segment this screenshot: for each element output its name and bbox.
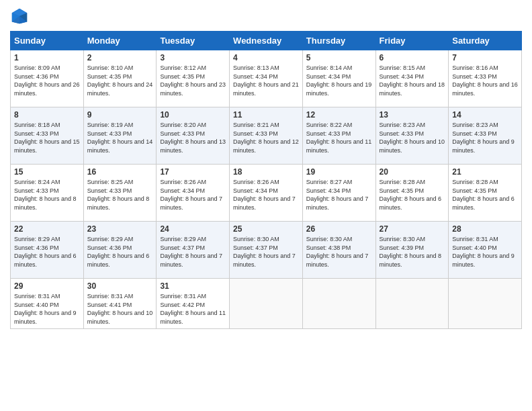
header-monday: Monday <box>83 32 157 50</box>
day-info: Sunrise: 8:31 AMSunset: 4:40 PMDaylight:… <box>14 292 80 326</box>
calendar-cell: 25Sunrise: 8:30 AMSunset: 4:37 PMDayligh… <box>230 222 303 279</box>
day-info: Sunrise: 8:26 AMSunset: 4:34 PMDaylight:… <box>233 178 299 212</box>
day-info: Sunrise: 8:28 AMSunset: 4:35 PMDaylight:… <box>380 178 445 212</box>
day-info: Sunrise: 8:21 AMSunset: 4:33 PMDaylight:… <box>233 121 299 154</box>
header <box>10 7 522 26</box>
day-info: Sunrise: 8:12 AMSunset: 4:35 PMDaylight:… <box>160 64 226 97</box>
day-info: Sunrise: 8:23 AMSunset: 4:33 PMDaylight:… <box>452 121 518 154</box>
day-number: 16 <box>87 167 153 177</box>
day-number: 28 <box>452 224 518 234</box>
calendar-cell: 22Sunrise: 8:29 AMSunset: 4:36 PMDayligh… <box>11 222 84 279</box>
day-number: 9 <box>87 110 153 120</box>
day-number: 22 <box>14 224 80 234</box>
calendar-cell: 23Sunrise: 8:29 AMSunset: 4:36 PMDayligh… <box>83 222 157 279</box>
day-info: Sunrise: 8:18 AMSunset: 4:33 PMDaylight:… <box>14 121 80 154</box>
day-info: Sunrise: 8:30 AMSunset: 4:39 PMDaylight:… <box>380 235 445 269</box>
day-number: 24 <box>160 224 226 234</box>
calendar-cell: 9Sunrise: 8:19 AMSunset: 4:33 PMDaylight… <box>83 107 157 165</box>
calendar-cell <box>230 279 303 329</box>
day-number: 19 <box>306 167 372 177</box>
calendar-cell: 24Sunrise: 8:29 AMSunset: 4:37 PMDayligh… <box>157 222 230 279</box>
day-number: 20 <box>380 167 445 177</box>
day-number: 13 <box>380 110 445 120</box>
day-info: Sunrise: 8:26 AMSunset: 4:34 PMDaylight:… <box>160 178 226 212</box>
calendar-cell: 4Sunrise: 8:13 AMSunset: 4:34 PMDaylight… <box>230 50 303 107</box>
logo-icon <box>10 7 29 26</box>
day-number: 17 <box>160 167 226 177</box>
calendar-cell: 6Sunrise: 8:15 AMSunset: 4:34 PMDaylight… <box>375 50 449 107</box>
day-info: Sunrise: 8:29 AMSunset: 4:37 PMDaylight:… <box>160 235 226 269</box>
calendar-week-1: 1Sunrise: 8:09 AMSunset: 4:36 PMDaylight… <box>11 50 522 107</box>
header-saturday: Saturday <box>449 32 522 50</box>
calendar-cell: 11Sunrise: 8:21 AMSunset: 4:33 PMDayligh… <box>230 107 303 165</box>
calendar-week-5: 29Sunrise: 8:31 AMSunset: 4:40 PMDayligh… <box>11 279 522 329</box>
day-info: Sunrise: 8:29 AMSunset: 4:36 PMDaylight:… <box>14 235 80 269</box>
calendar-cell: 13Sunrise: 8:23 AMSunset: 4:33 PMDayligh… <box>375 107 449 165</box>
calendar-cell: 7Sunrise: 8:16 AMSunset: 4:33 PMDaylight… <box>449 50 522 107</box>
calendar-cell: 18Sunrise: 8:26 AMSunset: 4:34 PMDayligh… <box>230 165 303 222</box>
day-number: 10 <box>160 110 226 120</box>
day-info: Sunrise: 8:29 AMSunset: 4:36 PMDaylight:… <box>87 235 153 269</box>
day-number: 1 <box>14 53 80 62</box>
calendar-cell: 17Sunrise: 8:26 AMSunset: 4:34 PMDayligh… <box>157 165 230 222</box>
day-number: 2 <box>87 53 153 62</box>
day-info: Sunrise: 8:09 AMSunset: 4:36 PMDaylight:… <box>14 64 80 97</box>
day-info: Sunrise: 8:14 AMSunset: 4:34 PMDaylight:… <box>306 64 372 97</box>
calendar-cell: 12Sunrise: 8:22 AMSunset: 4:33 PMDayligh… <box>302 107 375 165</box>
header-wednesday: Wednesday <box>230 32 303 50</box>
header-tuesday: Tuesday <box>157 32 230 50</box>
day-number: 18 <box>233 167 299 177</box>
day-info: Sunrise: 8:15 AMSunset: 4:34 PMDaylight:… <box>380 64 445 97</box>
calendar-week-3: 15Sunrise: 8:24 AMSunset: 4:33 PMDayligh… <box>11 165 522 222</box>
day-number: 23 <box>87 224 153 234</box>
day-info: Sunrise: 8:22 AMSunset: 4:33 PMDaylight:… <box>306 121 372 154</box>
header-friday: Friday <box>375 32 449 50</box>
logo <box>10 7 30 26</box>
calendar-cell: 31Sunrise: 8:31 AMSunset: 4:42 PMDayligh… <box>157 279 230 329</box>
day-number: 15 <box>14 167 80 177</box>
day-info: Sunrise: 8:30 AMSunset: 4:37 PMDaylight:… <box>233 235 299 269</box>
day-info: Sunrise: 8:27 AMSunset: 4:34 PMDaylight:… <box>306 178 372 212</box>
day-info: Sunrise: 8:31 AMSunset: 4:40 PMDaylight:… <box>452 235 518 269</box>
day-info: Sunrise: 8:24 AMSunset: 4:33 PMDaylight:… <box>14 178 80 212</box>
calendar-cell: 28Sunrise: 8:31 AMSunset: 4:40 PMDayligh… <box>449 222 522 279</box>
header-thursday: Thursday <box>302 32 375 50</box>
day-number: 4 <box>233 53 299 62</box>
day-number: 5 <box>306 53 372 62</box>
day-info: Sunrise: 8:16 AMSunset: 4:33 PMDaylight:… <box>452 64 518 97</box>
calendar-header-row: SundayMondayTuesdayWednesdayThursdayFrid… <box>11 32 522 50</box>
day-info: Sunrise: 8:25 AMSunset: 4:33 PMDaylight:… <box>87 178 153 212</box>
day-number: 26 <box>306 224 372 234</box>
main-container: SundayMondayTuesdayWednesdayThursdayFrid… <box>0 0 532 336</box>
day-number: 21 <box>452 167 518 177</box>
calendar-cell: 19Sunrise: 8:27 AMSunset: 4:34 PMDayligh… <box>302 165 375 222</box>
day-info: Sunrise: 8:31 AMSunset: 4:41 PMDaylight:… <box>87 292 153 326</box>
calendar-cell: 1Sunrise: 8:09 AMSunset: 4:36 PMDaylight… <box>11 50 84 107</box>
calendar-cell: 10Sunrise: 8:20 AMSunset: 4:33 PMDayligh… <box>157 107 230 165</box>
calendar-cell: 20Sunrise: 8:28 AMSunset: 4:35 PMDayligh… <box>375 165 449 222</box>
day-info: Sunrise: 8:31 AMSunset: 4:42 PMDaylight:… <box>160 292 226 326</box>
calendar-week-4: 22Sunrise: 8:29 AMSunset: 4:36 PMDayligh… <box>11 222 522 279</box>
calendar-cell: 5Sunrise: 8:14 AMSunset: 4:34 PMDaylight… <box>302 50 375 107</box>
day-info: Sunrise: 8:28 AMSunset: 4:35 PMDaylight:… <box>452 178 518 212</box>
calendar-cell: 16Sunrise: 8:25 AMSunset: 4:33 PMDayligh… <box>83 165 157 222</box>
day-number: 8 <box>14 110 80 120</box>
calendar-cell: 3Sunrise: 8:12 AMSunset: 4:35 PMDaylight… <box>157 50 230 107</box>
header-sunday: Sunday <box>11 32 84 50</box>
day-number: 29 <box>14 281 80 291</box>
calendar-cell: 21Sunrise: 8:28 AMSunset: 4:35 PMDayligh… <box>449 165 522 222</box>
day-info: Sunrise: 8:19 AMSunset: 4:33 PMDaylight:… <box>87 121 153 154</box>
day-number: 30 <box>87 281 153 291</box>
calendar-cell: 14Sunrise: 8:23 AMSunset: 4:33 PMDayligh… <box>449 107 522 165</box>
day-info: Sunrise: 8:13 AMSunset: 4:34 PMDaylight:… <box>233 64 299 97</box>
day-number: 12 <box>306 110 372 120</box>
day-info: Sunrise: 8:10 AMSunset: 4:35 PMDaylight:… <box>87 64 153 97</box>
calendar-cell: 26Sunrise: 8:30 AMSunset: 4:38 PMDayligh… <box>302 222 375 279</box>
calendar-cell: 29Sunrise: 8:31 AMSunset: 4:40 PMDayligh… <box>11 279 84 329</box>
calendar-cell: 2Sunrise: 8:10 AMSunset: 4:35 PMDaylight… <box>83 50 157 107</box>
day-number: 31 <box>160 281 226 291</box>
day-number: 6 <box>380 53 445 62</box>
calendar-cell: 15Sunrise: 8:24 AMSunset: 4:33 PMDayligh… <box>11 165 84 222</box>
calendar-cell: 30Sunrise: 8:31 AMSunset: 4:41 PMDayligh… <box>83 279 157 329</box>
day-info: Sunrise: 8:23 AMSunset: 4:33 PMDaylight:… <box>380 121 445 154</box>
